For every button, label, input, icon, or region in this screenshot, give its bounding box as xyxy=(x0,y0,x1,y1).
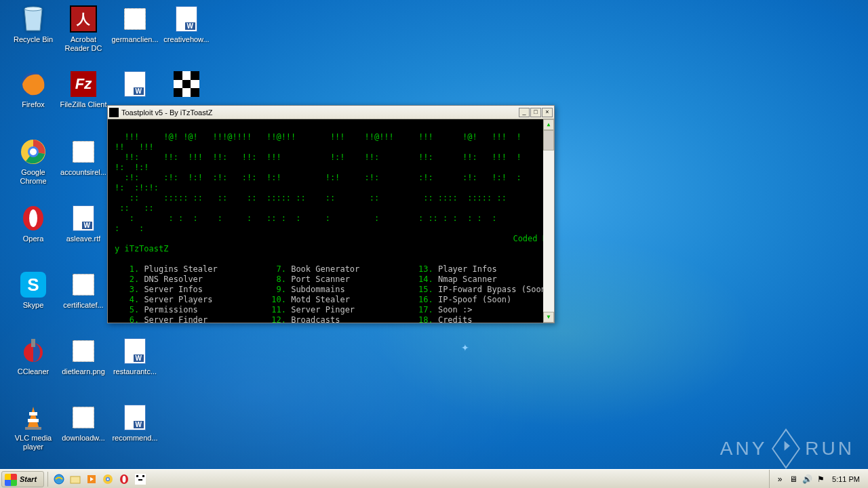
svg-rect-10 xyxy=(29,412,37,415)
svg-rect-12 xyxy=(25,427,41,430)
doc-icon xyxy=(173,5,200,33)
console-window[interactable]: Toastploit v5 - By iTzToastZ _ □ × !!! !… xyxy=(107,105,555,323)
svg-point-4 xyxy=(30,148,37,155)
desktop-icon-label: recommend... xyxy=(112,434,157,443)
desktop-icon[interactable]: Recycle Bin xyxy=(8,5,58,60)
desktop-icon-label: accountsirel... xyxy=(60,168,106,177)
tray-chevrons-icon[interactable]: » xyxy=(775,474,785,484)
banner-row: !: :!:!: xyxy=(115,183,159,192)
filezilla-icon: Fz xyxy=(70,70,97,98)
scroll-down-button[interactable]: ▼ xyxy=(543,312,554,323)
banner-row: : : : : : : :: : : : : : :: : : : : : xyxy=(115,214,497,223)
scrollbar-vertical[interactable]: ▲ ▼ xyxy=(543,119,554,323)
watermark-text1: ANY xyxy=(720,438,768,460)
doc-icon xyxy=(121,404,149,431)
desktop-icon-label: downloadw... xyxy=(62,434,105,443)
start-button[interactable]: Start xyxy=(1,471,44,487)
desktop-icon[interactable]: certificatef... xyxy=(58,271,108,325)
svg-point-6 xyxy=(29,209,37,227)
desktop-icon-label: Google Chrome xyxy=(8,168,58,186)
watermark-text2: RUN xyxy=(805,438,854,460)
desktop-icon-label: germanclien... xyxy=(111,35,158,44)
quicklaunch xyxy=(50,473,149,485)
svg-rect-14 xyxy=(71,476,80,483)
divider xyxy=(47,472,48,487)
minimize-button[interactable]: _ xyxy=(519,108,530,117)
desktop-icon[interactable]: 人Acrobat Reader DC xyxy=(58,5,108,60)
system-tray[interactable]: » 🖥 🔊 ⚑ 5:11 PM xyxy=(769,470,868,488)
menu-row: 4. Server Players 10. Motd Stealer 16. I… xyxy=(115,295,547,305)
desktop-icon[interactable]: dietlearn.png xyxy=(58,338,108,392)
menu-row: 5. Permissions 11. Server Pinger 17. Soo… xyxy=(115,305,547,315)
placeholder-icon xyxy=(121,5,149,33)
acrobat-icon: 人 xyxy=(70,5,97,33)
console-body[interactable]: !!! !@! !@! !!!@!!!! !!@!!! !!! !!@!!! !… xyxy=(108,119,554,323)
desktop-icon[interactable]: germanclien... xyxy=(110,5,160,60)
desktop-icon-label: Opera xyxy=(23,235,44,243)
explorer-icon[interactable] xyxy=(69,473,81,485)
ie-icon[interactable] xyxy=(53,473,65,485)
maximize-button[interactable]: □ xyxy=(530,108,541,117)
desktop-icon[interactable]: Google Chrome xyxy=(8,138,58,192)
svg-rect-11 xyxy=(28,419,39,422)
desktop-icon[interactable]: CCleaner xyxy=(8,338,58,392)
chrome-icon[interactable] xyxy=(102,473,114,485)
desktop-icon-label: restaurantc... xyxy=(113,367,157,376)
clock[interactable]: 5:11 PM xyxy=(829,475,863,483)
desktop-icon-label: Acrobat Reader DC xyxy=(58,35,108,53)
desktop-icon-label: Skype xyxy=(23,301,44,310)
svg-rect-25 xyxy=(138,479,142,481)
ccleaner-icon xyxy=(20,338,47,365)
desktop-icon[interactable]: SSkype xyxy=(8,271,58,325)
desktop-icon[interactable]: downloadw... xyxy=(58,404,108,458)
doc-icon xyxy=(121,70,149,98)
desktop-icon-label: creativehow... xyxy=(163,35,209,44)
tray-flag-icon[interactable]: ⚑ xyxy=(816,474,825,484)
scroll-thumb[interactable] xyxy=(543,130,554,150)
desktop-icon[interactable]: asleave.rtf xyxy=(58,205,108,259)
desktop-icon[interactable]: recommend... xyxy=(110,404,160,458)
desktop-icon[interactable]: FzFileZilla Client xyxy=(58,70,108,125)
banner-row: !!! !@! !@! !!!@!!!! !!@!!! !!! !!@!!! !… xyxy=(115,132,521,142)
desktop-icon-label: certificatef... xyxy=(63,301,103,310)
desktop-icon[interactable]: restaurantc... xyxy=(110,338,160,392)
svg-rect-23 xyxy=(136,475,138,477)
svg-rect-8 xyxy=(31,339,35,347)
banner-row: :: :: xyxy=(115,203,154,213)
placeholder-icon xyxy=(70,271,97,298)
scroll-track[interactable] xyxy=(543,130,554,312)
svg-marker-9 xyxy=(28,407,39,427)
scroll-up-button[interactable]: ▲ xyxy=(543,119,554,130)
author-line: y iTzToastZ xyxy=(115,244,168,253)
skype-icon: S xyxy=(20,271,47,298)
svg-point-0 xyxy=(24,7,42,11)
banner-row: : : xyxy=(115,224,144,233)
desktop-icon-label: FileZilla Client xyxy=(60,100,106,109)
desktop-icon[interactable]: Opera xyxy=(8,205,58,259)
desktop-icon-label: asleave.rtf xyxy=(66,235,101,243)
menu-row: 3. Server Infos 9. Subdommains 15. IP-Fo… xyxy=(115,285,547,295)
banner-row: :!: :!: !:! :!: :!: !:! !:! :!: :!: :!: … xyxy=(115,173,521,182)
desktop-icon-label: Firefox xyxy=(22,100,45,109)
close-button[interactable]: × xyxy=(542,108,553,117)
window-icon xyxy=(109,108,119,117)
wmplayer-icon[interactable] xyxy=(85,473,98,485)
desktop-icon-label: CCleaner xyxy=(18,367,49,376)
desktop-icon[interactable]: VLC media player xyxy=(8,404,58,458)
taskbar[interactable]: Start » 🖥 🔊 ⚑ 5:11 PM xyxy=(0,469,868,488)
menu-row: 6. Server Finder 12. Broadcasts 18. Cred… xyxy=(115,315,547,323)
desktop-icon-label: Recycle Bin xyxy=(14,35,53,44)
banner-row: !!: !!: !!! !!: !!: !!! !:! !!: !!: !!: … xyxy=(115,152,521,162)
opera-icon[interactable] xyxy=(118,473,130,485)
banner-row: :: ::::: :: :: :: ::::: :: :: :: :: ::::… xyxy=(115,193,507,203)
tray-network-icon[interactable]: 🖥 xyxy=(789,474,798,484)
svg-point-19 xyxy=(107,478,109,480)
window-title: Toastploit v5 - By iTzToastZ xyxy=(121,108,518,117)
desktop-icon[interactable]: creativehow... xyxy=(161,5,212,60)
svg-point-21 xyxy=(123,476,126,483)
titlebar[interactable]: Toastploit v5 - By iTzToastZ _ □ × xyxy=(108,106,554,119)
desktop-icon[interactable]: accountsirel... xyxy=(58,138,108,192)
app-icon[interactable] xyxy=(134,473,146,485)
desktop-icon[interactable]: Firefox xyxy=(8,70,58,125)
tray-volume-icon[interactable]: 🔊 xyxy=(802,474,812,484)
